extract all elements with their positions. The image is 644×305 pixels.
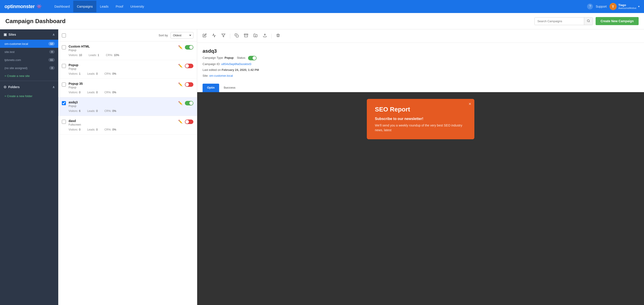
campaign-row[interactable]: Popup Popup Visitors: 1 Leads: 0: [58, 60, 197, 79]
campaign-id-link[interactable]: u854v0wp6fw0sosktvt3: [221, 62, 251, 66]
sites-label: Sites: [8, 33, 16, 36]
popup-body: We'll send you a weekly roundup of the v…: [375, 123, 466, 133]
detail-tabs: Optin Success: [197, 84, 644, 92]
main-layout: ▣ Sites ∧ om-customer.local 12 site.test…: [0, 29, 644, 305]
folders-section-header[interactable]: ⊙ Folders ∧: [0, 82, 58, 92]
sidebar-item-no-site[interactable]: (no site assigned) 3: [0, 64, 58, 72]
create-new-site-link[interactable]: + Create a new site: [0, 72, 58, 80]
edit-icon[interactable]: ✏️: [178, 63, 183, 68]
nav-university[interactable]: University: [127, 1, 148, 12]
campaign-toggle[interactable]: [185, 45, 194, 50]
campaign-stats: Visitors: 0 Leads: 0 CR%: 0%: [68, 91, 175, 94]
detail-meta-type: Campaign Type: Popup Status:: [202, 56, 638, 60]
create-new-folder-link[interactable]: + Create a new folder: [0, 92, 58, 100]
detail-site-link[interactable]: om-customer.local: [209, 74, 233, 77]
detail-content: asdq3 Campaign Type: Popup Status:: [197, 43, 644, 79]
leads-label: Leads:: [87, 109, 95, 113]
campaign-toggle[interactable]: [185, 120, 194, 124]
visitors-label: Visitors:: [68, 72, 78, 75]
campaign-row[interactable]: Popup 35 Popup Visitors: 0 Leads: 0: [58, 79, 197, 97]
campaign-toggle[interactable]: [185, 82, 194, 87]
select-all-checkbox[interactable]: [62, 34, 66, 38]
campaign-row[interactable]: Custom HTML Popup Visitors: 10 Leads: 1: [58, 42, 197, 60]
campaign-stats: Visitors: 6 Leads: 0 CR%: 0%: [68, 109, 175, 113]
svg-point-0: [587, 20, 589, 22]
popup-close-icon[interactable]: ×: [468, 102, 471, 106]
visitors-label: Visitors:: [68, 128, 78, 131]
campaign-info: dasd Fullscreen Visitors: 0 Leads: 0: [68, 119, 175, 131]
stat-leads: Leads: 1: [89, 54, 99, 57]
sidebar-item-count: 12: [48, 42, 55, 46]
campaign-checkbox[interactable]: [62, 120, 66, 124]
edit-icon[interactable]: ✏️: [178, 101, 183, 106]
sort-select[interactable]: Oldest Newest Name A-Z Name Z-A: [170, 32, 194, 39]
cr-label: CR%:: [104, 91, 111, 94]
help-button[interactable]: ?: [587, 4, 593, 10]
campaign-checkbox[interactable]: [62, 83, 66, 87]
detail-status-toggle[interactable]: [248, 56, 256, 60]
tab-optin[interactable]: Optin: [202, 84, 219, 92]
sidebar-item-site-test[interactable]: site.test 0: [0, 48, 58, 56]
edit-icon[interactable]: ✏️: [178, 82, 183, 87]
visitors-value: 1: [79, 72, 80, 75]
campaign-info: asdq3 Popup Visitors: 6 Leads: 0: [68, 101, 175, 113]
campaign-actions: ✏️: [178, 119, 194, 124]
sites-section: ▣ Sites ∧ om-customer.local 12 site.test…: [0, 29, 58, 80]
nav-links: Dashboard Campaigns Leads Proof Universi…: [51, 1, 587, 12]
cr-value: 0%: [112, 72, 116, 75]
campaign-row[interactable]: dasd Fullscreen Visitors: 0 Leads: 0: [58, 116, 197, 135]
leads-value: 0: [96, 128, 98, 131]
company-name: AwesomeMotive: [618, 7, 636, 10]
cr-value: 0%: [112, 91, 116, 94]
campaign-checkbox[interactable]: [62, 45, 66, 49]
campaign-row[interactable]: asdq3 Popup Visitors: 6 Leads: 0: [58, 97, 197, 116]
campaign-stats: Visitors: 1 Leads: 0 CR%: 0%: [68, 72, 175, 75]
logo[interactable]: optinmonster 👾: [4, 4, 42, 10]
search-campaigns-input[interactable]: [535, 18, 584, 25]
user-menu[interactable]: T Tiago AwesomeMotive ▾: [610, 3, 640, 10]
campaign-checkbox[interactable]: [62, 64, 66, 68]
edit-icon[interactable]: ✏️: [178, 45, 183, 50]
sidebar-item-om-customer[interactable]: om-customer.local 12: [0, 40, 58, 48]
content-area: Sort by Oldest Newest Name A-Z Name Z-A …: [58, 29, 644, 305]
delete-button[interactable]: [275, 33, 281, 40]
edit-icon[interactable]: ✏️: [178, 119, 183, 124]
nav-leads[interactable]: Leads: [96, 1, 112, 12]
nav-proof[interactable]: Proof: [112, 1, 126, 12]
copy-button[interactable]: [234, 33, 240, 40]
campaign-toggle[interactable]: [185, 101, 194, 105]
filter-button[interactable]: [220, 33, 226, 40]
analytics-button[interactable]: [211, 33, 217, 40]
toolbar-divider: [230, 34, 230, 39]
export-button[interactable]: [262, 33, 268, 40]
status-label: Status:: [237, 56, 246, 60]
campaign-checkbox[interactable]: [62, 101, 66, 105]
stat-visitors: Visitors: 0: [68, 91, 80, 94]
nav-campaigns[interactable]: Campaigns: [73, 1, 96, 12]
svg-rect-3: [236, 35, 238, 37]
cr-value: 10%: [114, 54, 119, 57]
sidebar-item-label: tjdsneto.com: [4, 58, 48, 62]
page-header: Campaign Dashboard Create New Campaign: [0, 13, 644, 29]
sites-section-header[interactable]: ▣ Sites ∧: [0, 29, 58, 40]
search-button[interactable]: [584, 18, 593, 25]
stat-cr: CR%: 0%: [104, 109, 116, 113]
sidebar-item-tjdsneto[interactable]: tjdsneto.com 11: [0, 56, 58, 64]
site-label: Site:: [202, 74, 208, 77]
sidebar-item-label: (no site assigned): [4, 66, 49, 70]
move-to-folder-button[interactable]: [252, 33, 258, 40]
tab-success[interactable]: Success: [219, 84, 240, 92]
nav-dashboard[interactable]: Dashboard: [51, 1, 74, 12]
sites-section-title-row: ▣ Sites: [4, 33, 52, 37]
edit-campaign-button[interactable]: [202, 33, 208, 40]
archive-button[interactable]: [243, 33, 249, 40]
create-campaign-button[interactable]: Create New Campaign: [596, 17, 638, 25]
support-link[interactable]: Support: [596, 5, 606, 8]
visitors-value: 0: [79, 128, 80, 131]
sites-collapse-icon: ∧: [52, 33, 55, 36]
campaign-toggle[interactable]: [185, 64, 194, 68]
stat-leads: Leads: 0: [87, 128, 98, 131]
cr-label: CR%:: [104, 72, 111, 75]
popup-preview: × SEO Report Subscribe to our newsletter…: [367, 99, 474, 139]
list-toolbar: Sort by Oldest Newest Name A-Z Name Z-A: [58, 29, 197, 42]
